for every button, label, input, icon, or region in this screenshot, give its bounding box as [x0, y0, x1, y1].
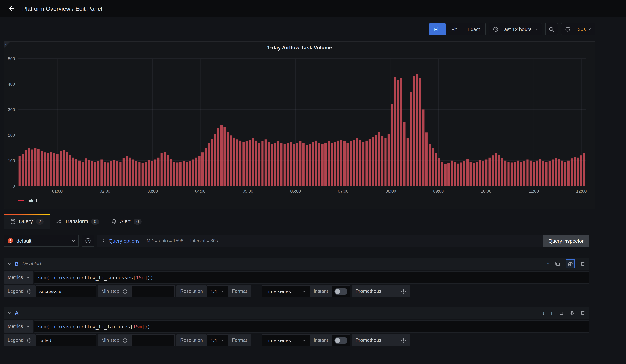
metrics-label: Metrics: [8, 275, 23, 280]
info-circle-icon: [27, 289, 32, 294]
fit-mode-exact[interactable]: Exact: [462, 23, 485, 35]
zoom-out-button[interactable]: [545, 23, 558, 35]
resolution-value: 1/1: [210, 337, 217, 343]
instant-toggle[interactable]: [332, 334, 350, 346]
svg-text:400: 400: [8, 82, 15, 86]
panel-title: 1-day Airflow Task Volume: [4, 42, 595, 53]
legend-label: failed: [26, 198, 37, 203]
move-down-button[interactable]: ↓: [539, 261, 542, 267]
fit-mode-group: Fill Fit Exact: [428, 23, 486, 35]
chevron-down-icon[interactable]: [8, 311, 12, 315]
datasource-label: default: [16, 238, 69, 244]
chevron-down-icon: [221, 289, 224, 293]
datasource-help-button[interactable]: ?: [82, 235, 94, 247]
back-button[interactable]: [6, 3, 17, 14]
format-value: Time series: [265, 337, 291, 343]
panel-toolbar: Fill Fit Exact Last 12 hours: [0, 17, 626, 35]
chevron-down-icon[interactable]: [8, 262, 12, 266]
disable-toggle-button[interactable]: [569, 310, 575, 316]
fit-mode-fit[interactable]: Fit: [446, 23, 462, 35]
move-down-button[interactable]: ↓: [542, 310, 545, 316]
metrics-label: Metrics: [8, 324, 23, 329]
metrics-dropdown[interactable]: Metrics: [4, 320, 34, 333]
tab-query[interactable]: Query 2: [4, 214, 50, 229]
metrics-dropdown[interactable]: Metrics: [4, 271, 34, 283]
chevron-down-icon: [303, 339, 306, 342]
tab-label: Transform: [65, 219, 88, 224]
time-range-picker[interactable]: Last 12 hours: [489, 23, 542, 35]
datasource-chip: Prometheus: [352, 285, 410, 297]
min-step-input[interactable]: [131, 285, 175, 297]
datasource-picker[interactable]: default: [4, 235, 79, 247]
chevron-right-icon[interactable]: [102, 239, 106, 243]
format-select[interactable]: Time series: [262, 334, 310, 346]
panel-info-corner[interactable]: [4, 42, 10, 48]
resolution-select[interactable]: 1/1: [207, 334, 228, 346]
query-editor: Metrics sum(increase(airflow_ti_failures…: [4, 320, 589, 333]
fit-mode-fill[interactable]: Fill: [429, 23, 446, 35]
svg-text:12:00: 12:00: [576, 189, 587, 194]
resolution-label: Resolution: [180, 289, 203, 294]
grafana-edit-panel-page: Platform Overview / Edit Panel Fill Fit …: [0, 0, 626, 364]
query-inspector-button[interactable]: Query inspector: [543, 235, 589, 247]
move-up-button[interactable]: ↑: [550, 310, 553, 316]
chevron-down-icon: [588, 27, 591, 31]
min-step-label: Min step: [101, 289, 119, 294]
info-circle-icon: [122, 338, 127, 343]
tab-transform[interactable]: Transform 0: [50, 214, 105, 229]
format-chip: Format: [228, 334, 251, 346]
format-select[interactable]: Time series: [262, 285, 310, 297]
datasource-chip-label: Prometheus: [355, 289, 381, 294]
refresh-button[interactable]: [561, 23, 574, 35]
prometheus-icon: [7, 238, 13, 244]
instant-toggle[interactable]: [332, 285, 350, 297]
max-datapoints-summary: MD = auto = 1598: [147, 238, 183, 243]
svg-text:200: 200: [8, 133, 15, 138]
min-step-input[interactable]: [131, 334, 175, 346]
legend-item[interactable]: failed: [18, 197, 595, 204]
tab-alert[interactable]: Alert 0: [105, 214, 148, 229]
move-up-button[interactable]: ↑: [547, 261, 549, 267]
query-ref-label: A: [15, 310, 19, 316]
disable-toggle-button[interactable]: [566, 259, 575, 268]
legend-input[interactable]: [35, 334, 96, 346]
svg-text:05:00: 05:00: [243, 189, 253, 194]
svg-text:09:00: 09:00: [433, 189, 444, 194]
format-label: Format: [232, 289, 247, 294]
query-header[interactable]: A ↓ ↑: [4, 307, 589, 319]
query-options-strip: Query options MD = auto = 1598 Interval …: [97, 235, 589, 247]
resolution-label: Resolution: [180, 338, 203, 343]
copy-icon: [558, 310, 564, 315]
zoom-out-icon: [549, 26, 554, 32]
resolution-select[interactable]: 1/1: [207, 285, 228, 297]
query-expression-input[interactable]: sum(increase(airflow_ti_failures[15m])): [34, 320, 589, 333]
svg-text:0: 0: [13, 184, 15, 189]
info-circle-icon: [401, 289, 406, 294]
trash-icon: [580, 261, 586, 266]
query-row-a: A ↓ ↑: [4, 307, 589, 346]
bell-icon: [111, 219, 117, 224]
refresh-interval-dropdown[interactable]: 30s: [574, 23, 595, 35]
query-header[interactable]: B Disabled ↓ ↑: [4, 258, 589, 270]
duplicate-button[interactable]: [558, 310, 564, 315]
instant-label: Instant: [313, 338, 328, 343]
datasource-row: default ? Query options MD = auto = 1598…: [4, 235, 589, 247]
info-circle-icon: [27, 338, 32, 343]
query-expression-input[interactable]: sum(increase(airflow_ti_successes[15m])): [34, 271, 589, 283]
eye-icon: [569, 310, 575, 316]
chart-panel: i 1-day Airflow Task Volume 010020030040…: [4, 41, 595, 209]
duplicate-button[interactable]: [555, 261, 560, 266]
arrow-left-icon: [8, 5, 15, 12]
query-options-link[interactable]: Query options: [109, 238, 140, 244]
remove-button[interactable]: [580, 261, 586, 266]
legend-input[interactable]: [35, 285, 96, 297]
svg-text:100: 100: [8, 158, 15, 163]
remove-button[interactable]: [580, 310, 586, 315]
chart-svg[interactable]: 010020030040050001:0002:0003:0004:0005:0…: [4, 53, 591, 196]
chevron-down-icon: [26, 325, 30, 328]
query-row-b: B Disabled ↓ ↑: [4, 258, 589, 297]
chevron-down-icon: [221, 339, 224, 342]
chevron-down-icon: [26, 276, 30, 279]
svg-text:?: ?: [87, 239, 89, 243]
format-chip: Format: [228, 285, 251, 297]
